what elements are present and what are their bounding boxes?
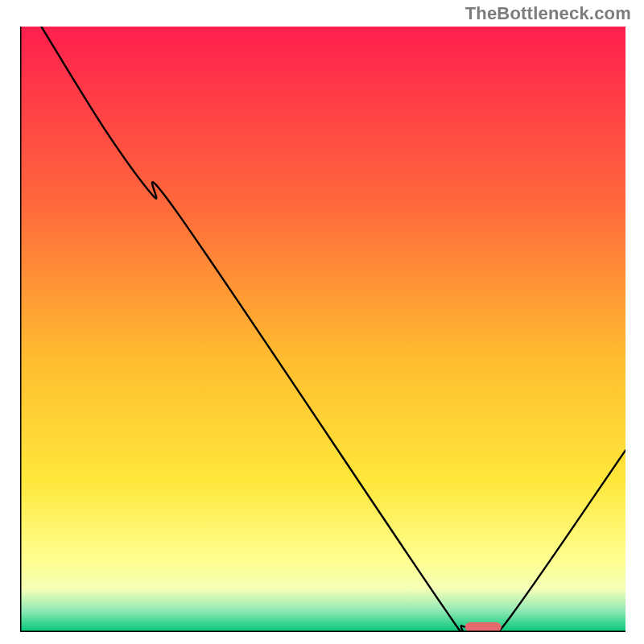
chart-container: TheBottleneck.com (0, 0, 644, 644)
plot-area (20, 27, 625, 632)
marker-layer (465, 622, 502, 632)
gradient-background (20, 27, 625, 632)
chart-svg (20, 27, 625, 632)
watermark-text: TheBottleneck.com (465, 3, 631, 24)
optimal-marker (465, 622, 502, 632)
